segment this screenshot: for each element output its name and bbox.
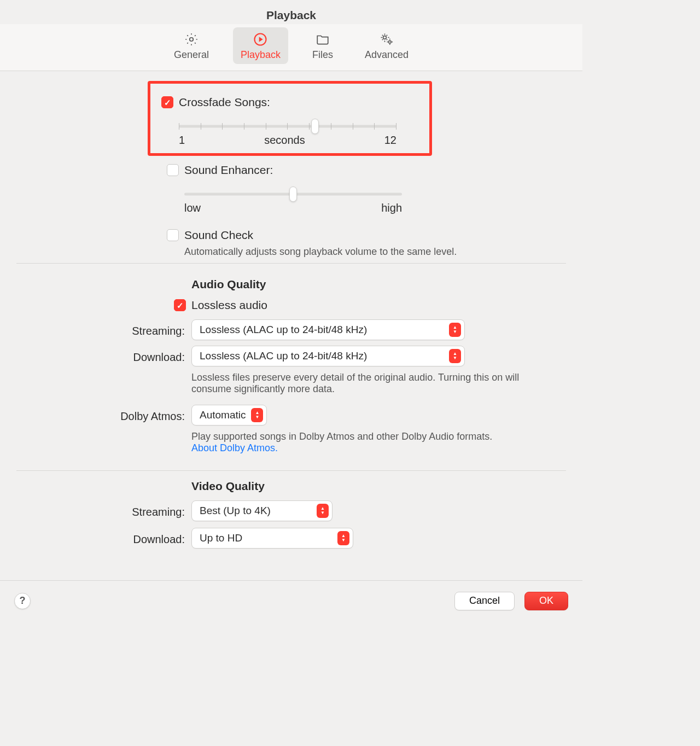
crossfade-highlight: Crossfade Songs: 1 seconds 12 bbox=[148, 81, 432, 156]
chevron-updown-icon bbox=[251, 408, 263, 422]
enhancer-checkbox[interactable] bbox=[167, 164, 179, 176]
gear-icon bbox=[184, 32, 199, 47]
audio-streaming-label: Streaming: bbox=[16, 323, 191, 337]
folder-icon bbox=[315, 32, 330, 47]
video-download-label: Download: bbox=[16, 531, 191, 546]
tab-label: Files bbox=[312, 49, 333, 61]
soundcheck-checkbox[interactable] bbox=[167, 229, 179, 241]
crossfade-label: Crossfade Songs: bbox=[179, 96, 270, 109]
atmos-desc: Play supported songs in Dolby Atmos and … bbox=[191, 431, 492, 442]
crossfade-checkbox[interactable] bbox=[161, 96, 173, 108]
lossless-checkbox[interactable] bbox=[174, 299, 186, 311]
tab-advanced[interactable]: Advanced bbox=[357, 27, 416, 64]
crossfade-unit-label: seconds bbox=[264, 134, 305, 147]
window-title: Playback bbox=[0, 0, 582, 24]
atmos-select[interactable]: Automatic bbox=[191, 405, 267, 426]
gears-icon bbox=[379, 32, 394, 47]
video-streaming-select[interactable]: Best (Up to 4K) bbox=[191, 500, 332, 521]
enhancer-low-label: low bbox=[184, 202, 201, 214]
play-circle-icon bbox=[253, 32, 268, 47]
tab-general[interactable]: General bbox=[166, 27, 217, 64]
soundcheck-desc: Automatically adjusts song playback volu… bbox=[184, 246, 517, 258]
audio-streaming-select[interactable]: Lossless (ALAC up to 24-bit/48 kHz) bbox=[191, 319, 465, 340]
soundcheck-label: Sound Check bbox=[184, 229, 253, 242]
chevron-updown-icon bbox=[449, 323, 461, 337]
about-atmos-link[interactable]: About Dolby Atmos. bbox=[191, 442, 278, 453]
video-streaming-label: Streaming: bbox=[16, 504, 191, 518]
cancel-button[interactable]: Cancel bbox=[454, 592, 515, 610]
tab-files[interactable]: Files bbox=[305, 27, 341, 64]
crossfade-max-label: 12 bbox=[384, 134, 396, 147]
svg-point-3 bbox=[389, 40, 392, 43]
video-quality-heading: Video Quality bbox=[191, 480, 566, 493]
crossfade-slider[interactable] bbox=[179, 119, 396, 134]
chevron-updown-icon bbox=[337, 531, 349, 545]
atmos-label: Dolby Atmos: bbox=[16, 408, 191, 423]
audio-quality-heading: Audio Quality bbox=[191, 278, 566, 291]
audio-download-select[interactable]: Lossless (ALAC up to 24-bit/48 kHz) bbox=[191, 346, 465, 366]
svg-point-2 bbox=[383, 36, 387, 39]
chevron-updown-icon bbox=[449, 349, 461, 363]
svg-point-0 bbox=[190, 38, 194, 42]
tab-label: General bbox=[174, 49, 209, 61]
tab-label: Playback bbox=[241, 49, 281, 61]
toolbar: General Playback Files Advanced bbox=[0, 24, 582, 71]
video-download-select[interactable]: Up to HD bbox=[191, 528, 353, 549]
lossless-desc: Lossless files preserve every detail of … bbox=[191, 372, 541, 395]
chevron-updown-icon bbox=[317, 504, 329, 518]
tab-label: Advanced bbox=[365, 49, 409, 61]
help-button[interactable]: ? bbox=[14, 593, 31, 609]
lossless-label: Lossless audio bbox=[191, 299, 267, 312]
enhancer-label: Sound Enhancer: bbox=[184, 164, 273, 177]
enhancer-high-label: high bbox=[381, 202, 402, 214]
ok-button[interactable]: OK bbox=[524, 592, 568, 610]
audio-download-label: Download: bbox=[16, 349, 191, 364]
tab-playback[interactable]: Playback bbox=[233, 27, 288, 64]
footer: ? Cancel OK bbox=[0, 580, 582, 621]
crossfade-min-label: 1 bbox=[179, 134, 185, 147]
enhancer-slider[interactable] bbox=[184, 186, 402, 202]
